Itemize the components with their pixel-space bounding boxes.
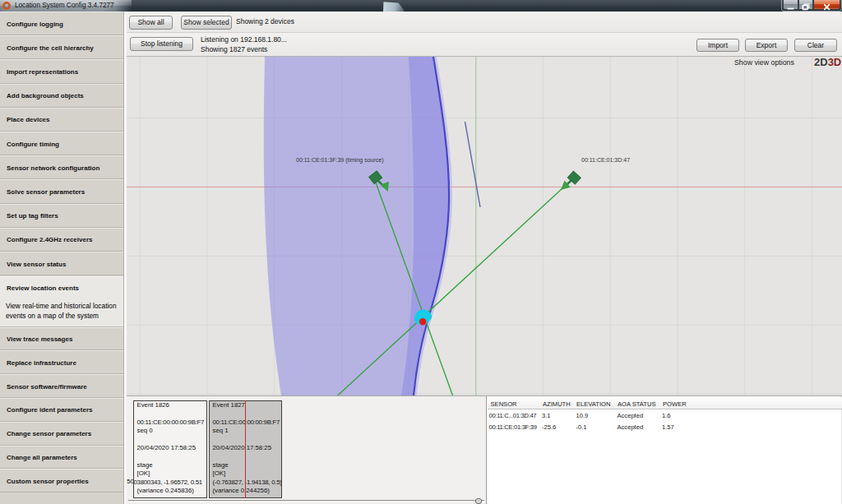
svg-text:00:11:CE:01:3F:39 (timing sour: 00:11:CE:01:3F:39 (timing source): [296, 157, 383, 164]
svg-text:00:11:CE:01:3D:47: 00:11:CE:01:3D:47: [581, 157, 630, 163]
